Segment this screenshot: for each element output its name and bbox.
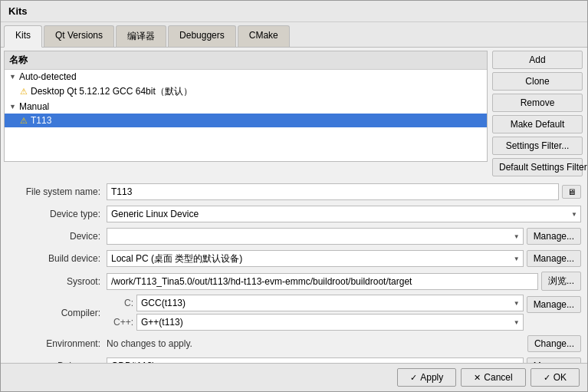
device-type-select-wrapper: Generic Linux Device — [107, 206, 581, 222]
monitor-icon-button[interactable]: 🖥 — [562, 185, 581, 199]
filesystem-name-row: File system name: 🖥 — [7, 183, 581, 201]
ok-label: OK — [554, 372, 567, 383]
filesystem-name-label: File system name: — [7, 186, 107, 197]
tab-kits[interactable]: Kits — [4, 25, 42, 48]
dialog-title: Kits — [1, 1, 587, 22]
ok-icon: ✓ — [544, 373, 550, 383]
form-area: File system name: 🖥 Device type: Generic… — [1, 180, 587, 363]
content-area: 名称 ▼ Auto-detected ⚠ Desktop Qt 5.12.12 … — [1, 48, 587, 363]
device-type-control: Generic Linux Device — [107, 206, 581, 222]
tab-cmake[interactable]: CMake — [238, 25, 290, 47]
compiler-label: Compiler: — [7, 308, 107, 318]
device-type-label: Device type: — [7, 209, 107, 219]
filesystem-name-control: 🖥 — [107, 183, 581, 200]
kit-group-manual-label[interactable]: ▼ Manual — [5, 100, 487, 114]
c-compiler-select-wrapper: GCC(t113) — [136, 295, 524, 311]
apply-label: Apply — [420, 372, 443, 383]
kit-item-t113[interactable]: ⚠ T113 — [5, 114, 487, 127]
cpp-compiler-select-wrapper: G++(t113) — [136, 314, 524, 331]
sysroot-browse-button[interactable]: 浏览... — [541, 272, 581, 291]
debugger-row: Debugger: GDB(t113) Manage... — [7, 357, 581, 363]
bottom-bar: ✓ Apply ✕ Cancel ✓ OK — [1, 363, 587, 391]
environment-label: Environment: — [7, 338, 107, 349]
sysroot-input[interactable] — [107, 273, 538, 290]
device-select[interactable] — [107, 228, 524, 245]
cancel-label: Cancel — [484, 372, 512, 383]
build-device-control: Local PC (桌面 类型的默认设备) Manage... — [107, 250, 581, 267]
debugger-select-wrapper: GDB(t113) — [107, 357, 524, 363]
kit-list-header: 名称 — [5, 51, 487, 70]
device-type-select[interactable]: Generic Linux Device — [107, 206, 581, 222]
ok-button[interactable]: ✓ OK — [531, 368, 580, 387]
c-label: C: — [107, 298, 133, 308]
c-compiler-select[interactable]: GCC(t113) — [136, 295, 524, 311]
cpp-compiler-row: C++: G++(t113) — [107, 314, 524, 331]
expand-icon: ▼ — [9, 73, 16, 81]
auto-detected-label: Auto-detected — [19, 71, 77, 82]
kit-list: 名称 ▼ Auto-detected ⚠ Desktop Qt 5.12.12 … — [4, 51, 488, 162]
compiler-row: Compiler: C: GCC(t113) — [7, 295, 581, 331]
device-control: Manage... — [107, 228, 581, 245]
tab-debuggers[interactable]: Debuggers — [168, 25, 236, 47]
sysroot-label: Sysroot: — [7, 276, 107, 287]
device-type-row: Device type: Generic Linux Device — [7, 205, 581, 223]
environment-control: No changes to apply. Change... — [107, 335, 581, 352]
device-row: Device: Manage... — [7, 227, 581, 245]
build-device-label: Build device: — [7, 253, 107, 264]
left-panel: 名称 ▼ Auto-detected ⚠ Desktop Qt 5.12.12 … — [1, 48, 587, 363]
tab-qt-versions[interactable]: Qt Versions — [44, 25, 114, 47]
kit-group-auto-label[interactable]: ▼ Auto-detected — [5, 70, 487, 84]
kit-item-desktop-label: Desktop Qt 5.12.12 GCC 64bit（默认） — [31, 85, 192, 98]
environment-change-button[interactable]: Change... — [527, 335, 581, 352]
kit-group-manual: ▼ Manual ⚠ T113 — [5, 100, 487, 127]
tab-compiler[interactable]: 编译器 — [116, 25, 166, 47]
build-device-manage-button[interactable]: Manage... — [527, 250, 581, 267]
device-select-wrapper — [107, 228, 524, 245]
expand-icon-manual: ▼ — [9, 103, 16, 110]
debugger-select[interactable]: GDB(t113) — [107, 357, 524, 363]
environment-value: No changes to apply. — [107, 338, 524, 349]
compiler-manage-button[interactable]: Manage... — [527, 296, 581, 313]
filesystem-name-input[interactable] — [107, 183, 559, 200]
sysroot-row: Sysroot: 浏览... — [7, 272, 581, 291]
device-manage-button[interactable]: Manage... — [527, 228, 581, 245]
compiler-group: C: GCC(t113) C++: — [107, 295, 524, 331]
c-compiler-row: C: GCC(t113) — [107, 295, 524, 311]
debugger-control: GDB(t113) Manage... — [107, 357, 581, 363]
apply-icon: ✓ — [410, 373, 417, 383]
cancel-icon: ✕ — [474, 373, 481, 383]
sysroot-control: 浏览... — [107, 272, 581, 291]
default-settings-filter-button[interactable]: Default Settings Filter... — [492, 158, 583, 176]
kit-group-auto: ▼ Auto-detected ⚠ Desktop Qt 5.12.12 GCC… — [5, 70, 487, 100]
settings-filter-button[interactable]: Settings Filter... — [492, 137, 583, 155]
remove-button[interactable]: Remove — [492, 94, 583, 112]
device-label: Device: — [7, 231, 107, 242]
cpp-compiler-select[interactable]: G++(t113) — [136, 314, 524, 331]
cpp-label: C++: — [107, 317, 133, 328]
tab-bar: Kits Qt Versions 编译器 Debuggers CMake — [1, 22, 587, 48]
action-buttons: Add Clone Remove Make Default Settings F… — [488, 48, 587, 180]
cancel-button[interactable]: ✕ Cancel — [461, 368, 525, 387]
kit-item-t113-label: T113 — [31, 115, 51, 126]
environment-row: Environment: No changes to apply. Change… — [7, 334, 581, 353]
clone-button[interactable]: Clone — [492, 72, 583, 91]
warning-icon-t113: ⚠ — [20, 116, 28, 126]
manual-label: Manual — [19, 101, 49, 112]
kit-item-desktop[interactable]: ⚠ Desktop Qt 5.12.12 GCC 64bit（默认） — [5, 84, 487, 100]
build-device-row: Build device: Local PC (桌面 类型的默认设备) Mana… — [7, 249, 581, 268]
warning-icon-desktop: ⚠ — [20, 87, 28, 97]
debugger-manage-button[interactable]: Manage... — [527, 357, 581, 363]
make-default-button[interactable]: Make Default — [492, 115, 583, 133]
compiler-control: C: GCC(t113) C++: — [107, 295, 581, 331]
apply-button[interactable]: ✓ Apply — [397, 368, 456, 387]
build-device-select[interactable]: Local PC (桌面 类型的默认设备) — [107, 250, 524, 267]
kits-dialog: Kits Kits Qt Versions 编译器 Debuggers CMak… — [0, 0, 588, 392]
add-button[interactable]: Add — [492, 51, 583, 69]
build-device-select-wrapper: Local PC (桌面 类型的默认设备) — [107, 250, 524, 267]
